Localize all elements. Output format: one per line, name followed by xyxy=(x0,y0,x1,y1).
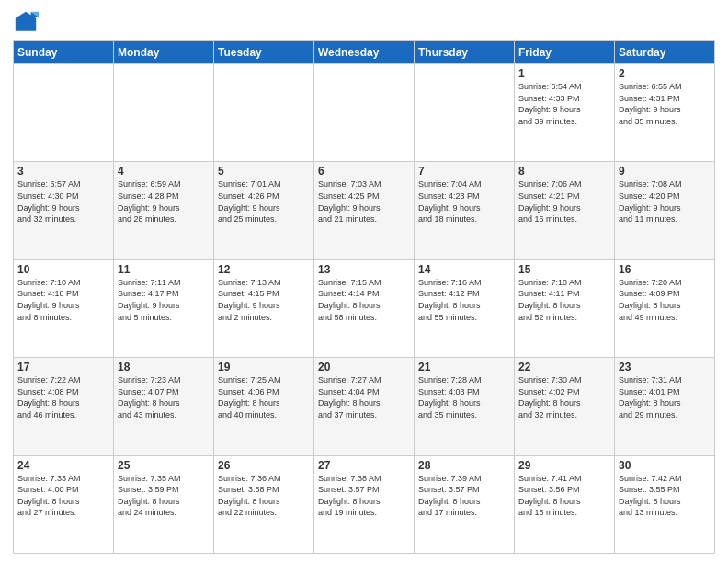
day-info: Sunrise: 7:04 AM Sunset: 4:23 PM Dayligh… xyxy=(418,178,510,224)
calendar-cell: 30Sunrise: 7:42 AM Sunset: 3:55 PM Dayli… xyxy=(615,455,715,553)
calendar-cell: 12Sunrise: 7:13 AM Sunset: 4:15 PM Dayli… xyxy=(214,259,314,357)
day-info: Sunrise: 7:23 AM Sunset: 4:07 PM Dayligh… xyxy=(118,374,210,420)
day-header-thursday: Thursday xyxy=(415,41,515,64)
calendar-cell xyxy=(314,64,415,162)
day-number: 25 xyxy=(118,459,210,472)
day-number: 23 xyxy=(619,361,711,373)
day-number: 9 xyxy=(619,165,711,178)
calendar-cell: 16Sunrise: 7:20 AM Sunset: 4:09 PM Dayli… xyxy=(615,259,715,357)
day-number: 10 xyxy=(17,263,109,276)
logo xyxy=(13,9,42,35)
calendar-cell: 28Sunrise: 7:39 AM Sunset: 3:57 PM Dayli… xyxy=(415,455,515,553)
calendar-cell: 2Sunrise: 6:55 AM Sunset: 4:31 PM Daylig… xyxy=(615,64,715,162)
calendar-cell xyxy=(214,64,314,162)
calendar-header: SundayMondayTuesdayWednesdayThursdayFrid… xyxy=(14,41,715,64)
day-header-friday: Friday xyxy=(515,41,615,64)
calendar-table: SundayMondayTuesdayWednesdayThursdayFrid… xyxy=(13,40,715,554)
day-info: Sunrise: 6:57 AM Sunset: 4:30 PM Dayligh… xyxy=(17,178,109,224)
calendar-cell: 24Sunrise: 7:33 AM Sunset: 4:00 PM Dayli… xyxy=(14,455,114,553)
day-number: 22 xyxy=(518,361,610,373)
calendar-cell: 20Sunrise: 7:27 AM Sunset: 4:04 PM Dayli… xyxy=(314,358,415,455)
calendar-cell: 7Sunrise: 7:04 AM Sunset: 4:23 PM Daylig… xyxy=(415,162,515,259)
calendar-cell: 1Sunrise: 6:54 AM Sunset: 4:33 PM Daylig… xyxy=(515,64,615,162)
calendar-cell: 18Sunrise: 7:23 AM Sunset: 4:07 PM Dayli… xyxy=(114,358,214,455)
calendar-cell: 26Sunrise: 7:36 AM Sunset: 3:58 PM Dayli… xyxy=(214,455,314,553)
calendar-cell: 10Sunrise: 7:10 AM Sunset: 4:18 PM Dayli… xyxy=(14,259,114,357)
day-info: Sunrise: 7:27 AM Sunset: 4:04 PM Dayligh… xyxy=(318,374,410,420)
day-number: 8 xyxy=(518,165,610,178)
calendar-cell: 9Sunrise: 7:08 AM Sunset: 4:20 PM Daylig… xyxy=(615,162,715,259)
calendar-cell: 15Sunrise: 7:18 AM Sunset: 4:11 PM Dayli… xyxy=(515,259,615,357)
day-number: 1 xyxy=(518,67,610,80)
day-number: 19 xyxy=(218,361,310,373)
day-info: Sunrise: 7:18 AM Sunset: 4:11 PM Dayligh… xyxy=(518,277,610,323)
calendar-cell: 27Sunrise: 7:38 AM Sunset: 3:57 PM Dayli… xyxy=(314,455,415,553)
day-number: 6 xyxy=(318,165,410,178)
calendar-cell xyxy=(14,64,114,162)
calendar-cell: 14Sunrise: 7:16 AM Sunset: 4:12 PM Dayli… xyxy=(415,259,515,357)
day-info: Sunrise: 7:16 AM Sunset: 4:12 PM Dayligh… xyxy=(418,277,510,323)
day-info: Sunrise: 7:39 AM Sunset: 3:57 PM Dayligh… xyxy=(418,473,510,519)
calendar-cell: 4Sunrise: 6:59 AM Sunset: 4:28 PM Daylig… xyxy=(114,162,214,259)
day-header-monday: Monday xyxy=(114,41,214,64)
day-number: 21 xyxy=(418,361,510,373)
day-number: 4 xyxy=(118,165,210,178)
day-info: Sunrise: 7:08 AM Sunset: 4:20 PM Dayligh… xyxy=(619,178,711,224)
day-number: 27 xyxy=(318,459,410,472)
day-info: Sunrise: 7:33 AM Sunset: 4:00 PM Dayligh… xyxy=(17,473,109,519)
day-info: Sunrise: 7:11 AM Sunset: 4:17 PM Dayligh… xyxy=(118,277,210,323)
day-number: 12 xyxy=(218,263,310,276)
calendar-cell: 25Sunrise: 7:35 AM Sunset: 3:59 PM Dayli… xyxy=(114,455,214,553)
day-info: Sunrise: 7:35 AM Sunset: 3:59 PM Dayligh… xyxy=(118,473,210,519)
calendar-cell: 6Sunrise: 7:03 AM Sunset: 4:25 PM Daylig… xyxy=(314,162,415,259)
day-info: Sunrise: 6:59 AM Sunset: 4:28 PM Dayligh… xyxy=(118,178,210,224)
day-number: 2 xyxy=(619,67,711,80)
day-header-saturday: Saturday xyxy=(615,41,715,64)
day-info: Sunrise: 7:01 AM Sunset: 4:26 PM Dayligh… xyxy=(218,178,310,224)
day-number: 16 xyxy=(619,263,711,276)
day-info: Sunrise: 7:15 AM Sunset: 4:14 PM Dayligh… xyxy=(318,277,410,323)
day-info: Sunrise: 7:10 AM Sunset: 4:18 PM Dayligh… xyxy=(17,277,109,323)
day-header-sunday: Sunday xyxy=(14,41,114,64)
day-info: Sunrise: 7:06 AM Sunset: 4:21 PM Dayligh… xyxy=(518,178,610,224)
calendar-cell: 19Sunrise: 7:25 AM Sunset: 4:06 PM Dayli… xyxy=(214,358,314,455)
day-number: 13 xyxy=(318,263,410,276)
logo-icon xyxy=(13,9,39,35)
day-number: 3 xyxy=(17,165,109,178)
day-info: Sunrise: 7:03 AM Sunset: 4:25 PM Dayligh… xyxy=(318,178,410,224)
calendar-cell xyxy=(415,64,515,162)
day-info: Sunrise: 7:20 AM Sunset: 4:09 PM Dayligh… xyxy=(619,277,711,323)
day-info: Sunrise: 7:41 AM Sunset: 3:56 PM Dayligh… xyxy=(518,473,610,519)
day-info: Sunrise: 6:54 AM Sunset: 4:33 PM Dayligh… xyxy=(518,81,610,127)
day-info: Sunrise: 7:13 AM Sunset: 4:15 PM Dayligh… xyxy=(218,277,310,323)
day-info: Sunrise: 7:38 AM Sunset: 3:57 PM Dayligh… xyxy=(318,473,410,519)
day-info: Sunrise: 7:42 AM Sunset: 3:55 PM Dayligh… xyxy=(619,473,711,519)
day-number: 14 xyxy=(418,263,510,276)
calendar-cell: 21Sunrise: 7:28 AM Sunset: 4:03 PM Dayli… xyxy=(415,358,515,455)
day-info: Sunrise: 7:25 AM Sunset: 4:06 PM Dayligh… xyxy=(218,374,310,420)
calendar-cell: 22Sunrise: 7:30 AM Sunset: 4:02 PM Dayli… xyxy=(515,358,615,455)
day-number: 28 xyxy=(418,459,510,472)
calendar-cell: 11Sunrise: 7:11 AM Sunset: 4:17 PM Dayli… xyxy=(114,259,214,357)
page-header xyxy=(13,9,715,35)
day-info: Sunrise: 6:55 AM Sunset: 4:31 PM Dayligh… xyxy=(619,81,711,127)
calendar-cell: 17Sunrise: 7:22 AM Sunset: 4:08 PM Dayli… xyxy=(14,358,114,455)
day-number: 18 xyxy=(118,361,210,373)
day-header-wednesday: Wednesday xyxy=(314,41,415,64)
calendar-cell: 5Sunrise: 7:01 AM Sunset: 4:26 PM Daylig… xyxy=(214,162,314,259)
calendar-cell xyxy=(114,64,214,162)
calendar-cell: 8Sunrise: 7:06 AM Sunset: 4:21 PM Daylig… xyxy=(515,162,615,259)
calendar-cell: 13Sunrise: 7:15 AM Sunset: 4:14 PM Dayli… xyxy=(314,259,415,357)
day-info: Sunrise: 7:22 AM Sunset: 4:08 PM Dayligh… xyxy=(17,374,109,420)
day-number: 7 xyxy=(418,165,510,178)
day-header-tuesday: Tuesday xyxy=(214,41,314,64)
day-number: 15 xyxy=(518,263,610,276)
day-number: 20 xyxy=(318,361,410,373)
calendar-cell: 23Sunrise: 7:31 AM Sunset: 4:01 PM Dayli… xyxy=(615,358,715,455)
calendar-cell: 3Sunrise: 6:57 AM Sunset: 4:30 PM Daylig… xyxy=(14,162,114,259)
day-number: 30 xyxy=(619,459,711,472)
day-info: Sunrise: 7:30 AM Sunset: 4:02 PM Dayligh… xyxy=(518,374,610,420)
calendar-cell: 29Sunrise: 7:41 AM Sunset: 3:56 PM Dayli… xyxy=(515,455,615,553)
day-number: 24 xyxy=(17,459,109,472)
day-number: 5 xyxy=(218,165,310,178)
